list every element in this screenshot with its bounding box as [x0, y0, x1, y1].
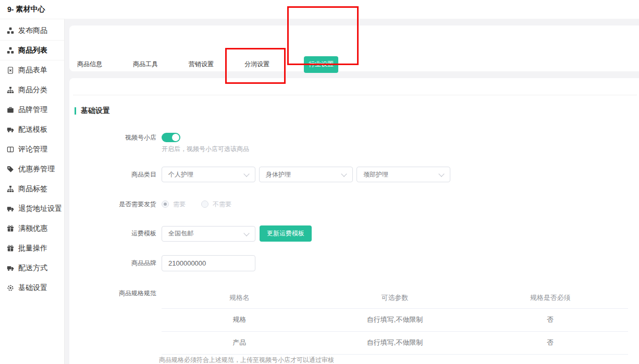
sidebar-item-label: 发布商品 [18, 26, 47, 35]
material-center-icon: 9- [7, 5, 14, 14]
settings-panel: 基础设置 视频号小店 开启后，视频号小店可选该商品 商品类目 个人护理 身体护理… [69, 78, 639, 364]
file-icon [7, 67, 14, 74]
sidebar-item-return-address-settings[interactable]: 退货地址设置 [0, 199, 64, 219]
sidebar-item-delivery-template[interactable]: 配送模板 [0, 120, 64, 140]
truck-icon [7, 126, 14, 133]
shipping-required-row: 是否需要发货 需要 不需要 [69, 197, 622, 211]
category-row: 商品类目 个人护理 身体护理 颈部护理 [69, 167, 622, 182]
gift-icon [7, 225, 14, 232]
section-title-text: 基础设置 [81, 106, 110, 116]
spec-table-header-row: 规格名 可选参数 规格是否必须 [162, 287, 628, 308]
shipping-required-label: 是否需要发货 [69, 200, 156, 209]
sidebar-item-label: 商品表单 [18, 66, 47, 75]
category-select-value: 身体护理 [266, 170, 291, 179]
sidebar-item-coupon-management[interactable]: 优惠券管理 [0, 159, 64, 179]
cubes-icon [7, 27, 14, 34]
sidebar-item-label: 品牌管理 [18, 105, 47, 115]
spec-cell-required: 否 [473, 308, 628, 331]
toggle-knob [172, 134, 179, 141]
spec-header-required: 规格是否必须 [473, 287, 628, 308]
sidebar-item-product-tags[interactable]: 商品标签 [0, 179, 64, 199]
annotation-box-industry-settings [287, 6, 359, 65]
sidebar-item-label: 批量操作 [18, 244, 47, 253]
sidebar-item-delivery-method[interactable]: 配送方式 [0, 258, 64, 278]
truck-icon [7, 265, 14, 272]
sidebar-item-label: 商品分类 [18, 85, 47, 95]
sidebar-item-label: 优惠券管理 [18, 165, 55, 174]
sidebar-item-label: 商品列表 [18, 46, 47, 55]
update-freight-template-button[interactable]: 更新运费模板 [260, 225, 312, 242]
category-select-level2[interactable]: 身体护理 [259, 167, 353, 182]
radio-icon [162, 200, 169, 208]
sidebar-item-label: 配送方式 [18, 263, 47, 273]
sitemap-icon [7, 185, 14, 193]
page-title: 素材中心 [16, 5, 45, 14]
radio-label: 不需要 [213, 200, 231, 209]
gift-icon [7, 245, 14, 252]
sidebar-item-publish-product[interactable]: 发布商品 [0, 21, 64, 41]
category-select-value: 个人护理 [168, 170, 193, 179]
sitemap-icon [7, 86, 14, 94]
video-shop-hint: 开启后，视频号小店可选该商品 [162, 145, 249, 154]
sidebar-item-brand-management[interactable]: 品牌管理 [0, 100, 64, 120]
columns-icon [7, 146, 14, 153]
annotation-box-video-shop [225, 48, 286, 84]
sidebar-item-label: 商品标签 [18, 184, 47, 194]
spec-cell-name: 产品 [162, 331, 317, 354]
category-select-level3[interactable]: 颈部护理 [357, 167, 450, 182]
brand-row: 商品品牌 [69, 255, 622, 271]
video-shop-toggle[interactable] [162, 133, 180, 142]
category-select-level1[interactable]: 个人护理 [162, 167, 255, 182]
sidebar-item-product-form[interactable]: 商品表单 [0, 60, 64, 80]
sidebar-item-batch-operations[interactable]: 批量操作 [0, 239, 64, 258]
radio-icon [201, 200, 208, 208]
spec-table-row: 产品 自行填写,不做限制 否 [162, 331, 628, 354]
category-select-value: 颈部护理 [363, 170, 388, 179]
sidebar-item-label: 评论管理 [18, 145, 47, 154]
sidebar-item-review-management[interactable]: 评论管理 [0, 140, 64, 159]
tab-product-info[interactable]: 商品信息 [77, 60, 102, 69]
brand-label: 商品品牌 [69, 259, 156, 268]
section-title: 基础设置 [75, 106, 110, 116]
spec-cell-name: 规格 [162, 308, 317, 331]
sidebar-item-label: 退货地址设置 [18, 204, 62, 214]
spec-cell-params: 自行填写,不做限制 [317, 331, 472, 354]
tag-icon [7, 166, 14, 173]
sidebar-item-product-list[interactable]: 商品列表 [0, 41, 64, 60]
freight-template-label: 运费模板 [69, 229, 156, 238]
sidebar-item-label: 满额优惠 [18, 224, 47, 233]
radio-label: 需要 [173, 200, 186, 209]
radio-shipping-not-required[interactable]: 不需要 [201, 200, 231, 209]
spec-standard-label: 商品规格规范 [69, 289, 156, 298]
tab-marketing-settings[interactable]: 营销设置 [189, 60, 214, 69]
sidebar-item-label: 基础设置 [18, 283, 47, 293]
spec-cell-required: 否 [473, 331, 628, 354]
video-shop-label: 视频号小店 [69, 133, 156, 142]
video-shop-toggle-row: 视频号小店 [69, 129, 622, 146]
brand-input[interactable] [162, 255, 255, 271]
tab-product-tools[interactable]: 商品工具 [133, 60, 158, 69]
divider [73, 95, 637, 95]
sidebar-item-product-category[interactable]: 商品分类 [0, 80, 64, 100]
freight-template-row: 运费模板 全国包邮 更新运费模板 [69, 225, 622, 242]
freight-template-select[interactable]: 全国包邮 [162, 226, 255, 242]
category-label: 商品类目 [69, 170, 156, 179]
sidebar-item-basic-settings[interactable]: 基础设置 [0, 278, 64, 298]
spec-table: 规格名 可选参数 规格是否必须 规格 自行填写,不做限制 否 产品 自行填写,不… [162, 287, 628, 355]
gear-icon [7, 284, 14, 292]
spec-cell-params: 自行填写,不做限制 [317, 308, 472, 331]
freight-template-value: 全国包邮 [168, 229, 193, 238]
spec-header-name: 规格名 [162, 287, 317, 308]
app-header: 9- 素材中心 [7, 5, 45, 14]
app-window: 9- 素材中心 发布商品 商品列表 商品表单 商品分类 品牌管理 配送模板 [0, 0, 639, 364]
spec-table-row: 规格 自行填写,不做限制 否 [162, 308, 628, 331]
sidebar-item-label: 配送模板 [18, 125, 47, 134]
spec-header-params: 可选参数 [317, 287, 472, 308]
briefcase-icon [7, 106, 14, 114]
sidebar-item-full-amount-discount[interactable]: 满额优惠 [0, 219, 64, 239]
radio-shipping-required[interactable]: 需要 [162, 200, 186, 209]
spec-note: 商品规格必须符合上述规范，上传至视频号小店才可以通过审核 [159, 356, 334, 364]
sidebar: 发布商品 商品列表 商品表单 商品分类 品牌管理 配送模板 评论管理 优惠券管 [0, 19, 65, 364]
cubes-icon [7, 47, 14, 54]
truck-icon [7, 205, 14, 212]
